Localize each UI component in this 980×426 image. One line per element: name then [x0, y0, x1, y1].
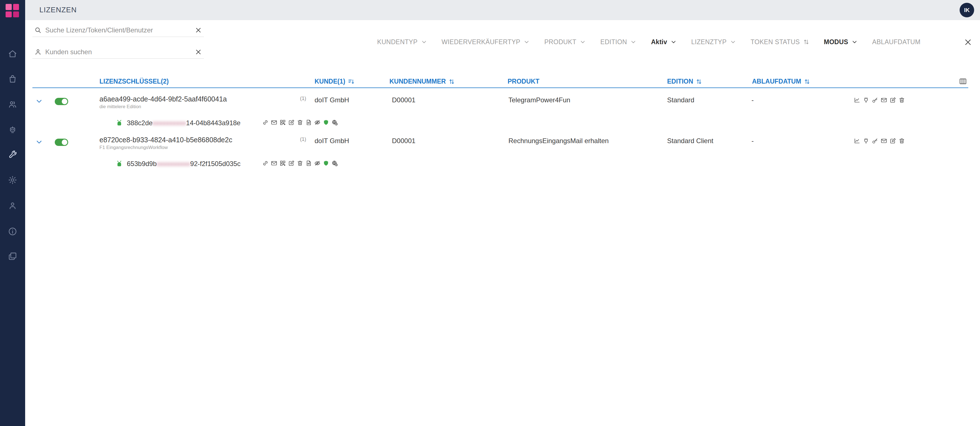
- sidebar-item-documents[interactable]: [8, 252, 18, 261]
- edit-icon[interactable]: [288, 160, 295, 167]
- filter-aktiv[interactable]: Aktiv: [651, 38, 677, 46]
- token-prefix: 653b9d9b: [127, 160, 157, 168]
- document-icon[interactable]: [305, 119, 312, 126]
- filter-lizenztyp[interactable]: LIZENZTYP: [691, 38, 737, 46]
- customer-search-box: [32, 45, 204, 59]
- filter-modus[interactable]: MODUS: [824, 38, 858, 46]
- document-icon[interactable]: [305, 160, 312, 167]
- clear-customer-search-icon[interactable]: [194, 48, 202, 56]
- column-header-ablaufdatum[interactable]: ABLAUFDATUM: [752, 78, 811, 85]
- column-header-lizenzschluessel[interactable]: LIZENZSCHLÜSSEL(2): [99, 78, 169, 85]
- token-prefix: 388c2de: [127, 119, 153, 127]
- globe-clock-icon[interactable]: [331, 119, 338, 126]
- filter-label: EDITION: [600, 38, 627, 46]
- trash-icon[interactable]: [899, 137, 905, 144]
- filter-label: KUNDENTYP: [377, 38, 418, 46]
- logo-square: [6, 11, 12, 18]
- filter-label: PRODUKT: [544, 38, 576, 46]
- filter-kundentyp[interactable]: KUNDENTYP: [377, 38, 428, 46]
- token-redacted: xxxxxxxxxx: [157, 160, 190, 168]
- sidebar-item-settings[interactable]: [8, 175, 18, 185]
- column-header-edition[interactable]: EDITION: [667, 78, 703, 85]
- token-count: (1): [285, 136, 306, 142]
- eye-off-icon[interactable]: [314, 160, 321, 167]
- key-icon[interactable]: [872, 97, 878, 104]
- sort-icon[interactable]: [695, 78, 703, 85]
- license-search-input[interactable]: [45, 26, 194, 34]
- license-active-toggle[interactable]: [55, 98, 68, 105]
- mail-icon[interactable]: [271, 160, 277, 167]
- filter-bar: KUNDENTYP WIEDERVERKÄUFERTYP PRODUKT EDI…: [377, 36, 921, 48]
- sort-icon[interactable]: [347, 78, 355, 85]
- edit-icon[interactable]: [288, 119, 295, 126]
- filter-wiederverkaeufertyp[interactable]: WIEDERVERKÄUFERTYP: [442, 38, 530, 46]
- close-filters-icon[interactable]: [963, 37, 973, 47]
- mail-icon[interactable]: [271, 119, 277, 126]
- cell-product: TelegramPower4Fun: [508, 96, 570, 104]
- table-row: a6aea499-acde-4d64-9bf2-5aaf4f60041a die…: [0, 94, 980, 116]
- app-logo[interactable]: [6, 4, 19, 18]
- sidebar-item-products[interactable]: [8, 74, 18, 84]
- column-header-produkt[interactable]: PRODUKT: [508, 78, 539, 85]
- sidebar-item-user[interactable]: [8, 201, 18, 211]
- table-header-divider: [32, 88, 968, 88]
- sidebar: [0, 0, 25, 426]
- shopping-bag-icon: [8, 74, 18, 84]
- sidebar-item-home[interactable]: [8, 49, 18, 58]
- column-header-label: LIZENZSCHLÜSSEL(2): [99, 78, 169, 85]
- qr-code-icon[interactable]: [279, 160, 286, 167]
- trash-icon[interactable]: [297, 160, 303, 167]
- home-icon: [8, 49, 18, 58]
- person-icon: [34, 48, 42, 56]
- client-android-icon: [115, 160, 124, 168]
- chart-icon[interactable]: [854, 137, 861, 144]
- avatar[interactable]: IK: [959, 3, 974, 18]
- edit-icon[interactable]: [889, 137, 896, 144]
- chevron-down-icon: [579, 38, 586, 46]
- token-actions: [262, 119, 338, 126]
- filter-label: TOKEN STATUS: [751, 38, 800, 46]
- column-header-label: EDITION: [667, 78, 693, 85]
- shield-icon[interactable]: [323, 160, 329, 167]
- customer-search-input[interactable]: [45, 48, 194, 56]
- globe-clock-icon[interactable]: [331, 160, 338, 167]
- eye-off-icon[interactable]: [314, 119, 321, 126]
- cell-product: RechnungsEingangsMail erhalten: [508, 137, 609, 145]
- edit-icon[interactable]: [889, 97, 896, 104]
- license-key: a6aea499-acde-4d64-9bf2-5aaf4f60041a: [99, 95, 227, 103]
- plug-icon[interactable]: [863, 137, 869, 144]
- cell-customer-number: D00001: [392, 137, 415, 145]
- sort-icon[interactable]: [448, 78, 455, 85]
- column-settings-icon[interactable]: [959, 77, 967, 86]
- filter-label: MODUS: [824, 38, 848, 46]
- filter-edition[interactable]: EDITION: [600, 38, 637, 46]
- link-icon[interactable]: [262, 160, 269, 167]
- mail-icon[interactable]: [881, 137, 887, 144]
- sidebar-item-info[interactable]: [8, 227, 18, 236]
- key-icon[interactable]: [872, 137, 878, 144]
- trash-icon[interactable]: [297, 119, 303, 126]
- mail-icon[interactable]: [881, 97, 887, 104]
- cell-customer-number: D00001: [392, 96, 415, 104]
- link-icon[interactable]: [262, 119, 269, 126]
- expand-row-icon[interactable]: [35, 97, 44, 106]
- chart-icon[interactable]: [854, 97, 861, 104]
- token-redacted: xxxxxxxxxx: [153, 119, 186, 127]
- qr-code-icon[interactable]: [279, 119, 286, 126]
- clear-search-icon[interactable]: [194, 26, 202, 34]
- shield-icon[interactable]: [323, 119, 329, 126]
- filter-ablaufdatum[interactable]: ABLAUFDATUM: [872, 38, 921, 46]
- column-header-kunde[interactable]: KUNDE(1): [315, 78, 355, 85]
- chevron-down-icon: [630, 38, 637, 46]
- filter-token-status[interactable]: TOKEN STATUS: [751, 38, 810, 46]
- sort-icon[interactable]: [803, 78, 811, 85]
- page-title: LIZENZEN: [40, 6, 77, 14]
- user-icon: [8, 201, 18, 211]
- column-header-kundennummer[interactable]: KUNDENNUMMER: [390, 78, 455, 85]
- plug-icon[interactable]: [863, 97, 869, 104]
- filter-produkt[interactable]: PRODUKT: [544, 38, 586, 46]
- trash-icon[interactable]: [899, 97, 905, 104]
- chevron-down-icon: [670, 38, 677, 46]
- expand-row-icon[interactable]: [35, 137, 44, 147]
- license-active-toggle[interactable]: [55, 139, 68, 146]
